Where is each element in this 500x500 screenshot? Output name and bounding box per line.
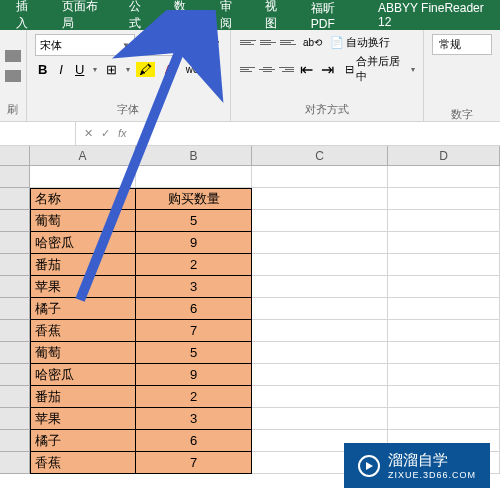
cell-qty[interactable]: 5: [136, 210, 252, 232]
cell-header-qty[interactable]: 购买数量: [136, 188, 252, 210]
cell-name[interactable]: 葡萄: [30, 342, 136, 364]
cell[interactable]: [252, 254, 388, 276]
cell-name[interactable]: 香蕉: [30, 320, 136, 342]
row-header[interactable]: [0, 210, 30, 232]
cancel-icon[interactable]: ✕: [84, 127, 93, 140]
row-header[interactable]: [0, 430, 30, 452]
cell[interactable]: [252, 386, 388, 408]
cell[interactable]: [252, 342, 388, 364]
italic-button[interactable]: I: [56, 60, 66, 79]
border-button[interactable]: ⊞: [103, 60, 120, 79]
cell-name[interactable]: 番茄: [30, 254, 136, 276]
enter-icon[interactable]: ✓: [101, 127, 110, 140]
cell-qty[interactable]: 9: [136, 232, 252, 254]
cell[interactable]: [252, 232, 388, 254]
row-header[interactable]: [0, 298, 30, 320]
phonetic-button[interactable]: wén: [183, 62, 207, 77]
cell-qty[interactable]: 7: [136, 320, 252, 342]
cell[interactable]: [388, 342, 500, 364]
cell-name[interactable]: 哈密瓜: [30, 364, 136, 386]
cell[interactable]: [252, 276, 388, 298]
cell[interactable]: [252, 188, 388, 210]
cell-qty[interactable]: 7: [136, 452, 252, 474]
cell-header-name[interactable]: 名称: [30, 188, 136, 210]
cell-name[interactable]: 香蕉: [30, 452, 136, 474]
bold-button[interactable]: B: [35, 60, 50, 79]
cell-name[interactable]: 葡萄: [30, 210, 136, 232]
cell[interactable]: [388, 210, 500, 232]
align-center-icon[interactable]: [258, 61, 275, 77]
cell[interactable]: [388, 276, 500, 298]
col-header-b[interactable]: B: [136, 146, 252, 165]
row-header[interactable]: [0, 166, 30, 188]
cell[interactable]: [252, 298, 388, 320]
indent-decrease-icon[interactable]: ⇤: [297, 58, 316, 81]
cell-qty[interactable]: 9: [136, 364, 252, 386]
row-header[interactable]: [0, 452, 30, 474]
row-header[interactable]: [0, 232, 30, 254]
cell-qty[interactable]: 3: [136, 276, 252, 298]
increase-font-icon[interactable]: A^: [187, 38, 202, 53]
align-top-icon[interactable]: [239, 34, 257, 50]
align-left-icon[interactable]: [239, 61, 256, 77]
cell[interactable]: [388, 386, 500, 408]
row-header[interactable]: [0, 254, 30, 276]
row-header[interactable]: [0, 188, 30, 210]
cell-name[interactable]: 橘子: [30, 430, 136, 452]
cell[interactable]: [388, 166, 500, 188]
cell[interactable]: [252, 408, 388, 430]
cell-qty[interactable]: 2: [136, 386, 252, 408]
number-format-select[interactable]: 常规: [432, 34, 492, 55]
cell-name[interactable]: 哈密瓜: [30, 232, 136, 254]
cell-qty[interactable]: 3: [136, 408, 252, 430]
wrap-text-button[interactable]: 📄 自动换行: [330, 35, 390, 50]
orientation-button[interactable]: ab⟲: [303, 37, 322, 48]
decrease-font-icon[interactable]: A˅: [206, 38, 222, 53]
col-header-a[interactable]: A: [30, 146, 136, 165]
align-right-icon[interactable]: [278, 61, 295, 77]
cell[interactable]: [388, 232, 500, 254]
row-header[interactable]: [0, 320, 30, 342]
row-header[interactable]: [0, 364, 30, 386]
cell[interactable]: [252, 364, 388, 386]
name-box[interactable]: [0, 122, 76, 145]
cell-qty[interactable]: 5: [136, 342, 252, 364]
indent-increase-icon[interactable]: ⇥: [318, 58, 337, 81]
cell-name[interactable]: 橘子: [30, 298, 136, 320]
col-header-d[interactable]: D: [388, 146, 500, 165]
row-header[interactable]: [0, 408, 30, 430]
font-size-select[interactable]: 11 ▼: [139, 34, 183, 56]
cell[interactable]: [136, 166, 252, 188]
cell-qty[interactable]: 2: [136, 254, 252, 276]
cell[interactable]: [388, 298, 500, 320]
cell-name[interactable]: 番茄: [30, 386, 136, 408]
align-bottom-icon[interactable]: [279, 34, 297, 50]
format-painter-icon[interactable]: [5, 70, 21, 82]
row-header[interactable]: [0, 386, 30, 408]
fx-button[interactable]: fx: [118, 127, 127, 140]
cell-name[interactable]: 苹果: [30, 276, 136, 298]
row-header[interactable]: [0, 276, 30, 298]
cell[interactable]: [252, 210, 388, 232]
font-name-select[interactable]: 宋体 ▼: [35, 34, 135, 56]
cell-qty[interactable]: 6: [136, 298, 252, 320]
row-header[interactable]: [0, 342, 30, 364]
cell[interactable]: [388, 254, 500, 276]
align-middle-icon[interactable]: [259, 34, 277, 50]
cell[interactable]: [252, 320, 388, 342]
cell[interactable]: [388, 320, 500, 342]
cell[interactable]: [388, 364, 500, 386]
underline-button[interactable]: U: [72, 60, 87, 79]
col-header-c[interactable]: C: [252, 146, 388, 165]
cell[interactable]: [252, 166, 388, 188]
cell[interactable]: [388, 188, 500, 210]
font-color-button[interactable]: A: [161, 60, 176, 79]
fill-color-button[interactable]: 🖍: [136, 62, 155, 77]
copy-icon[interactable]: [5, 50, 21, 62]
merge-center-button[interactable]: ⊟ 合并后居中 ▾: [345, 54, 415, 84]
select-all-corner[interactable]: [0, 146, 30, 165]
cell-name[interactable]: 苹果: [30, 408, 136, 430]
cell-qty[interactable]: 6: [136, 430, 252, 452]
cell[interactable]: [30, 166, 136, 188]
cell[interactable]: [388, 408, 500, 430]
